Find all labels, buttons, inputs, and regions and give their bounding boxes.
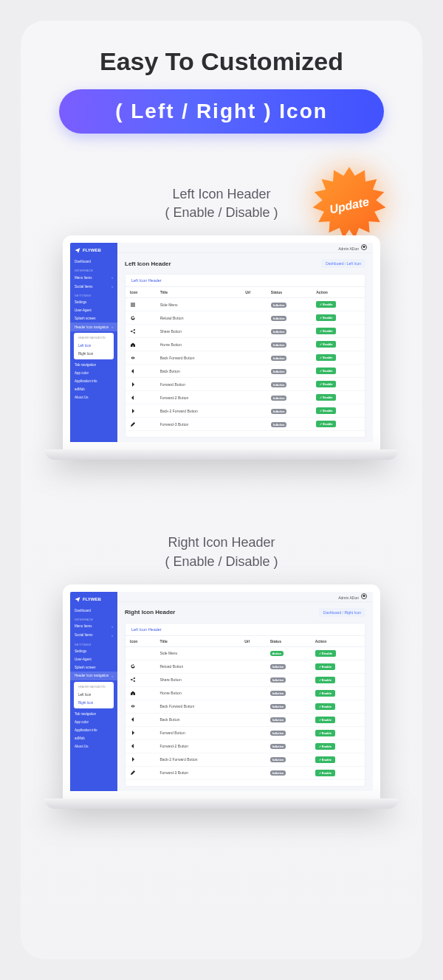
row-action: ✓ Enable (311, 673, 365, 686)
row-icon (126, 753, 155, 766)
sidebar-social-items[interactable]: Social Items› (70, 282, 117, 291)
enable-button[interactable]: ✓ Enable (316, 368, 336, 374)
sidebar-sub-right-icon[interactable]: Right Icon (74, 699, 114, 707)
enable-button[interactable]: ✓ Enable (316, 328, 336, 334)
row-icon (126, 311, 156, 325)
sidebar-menu-items[interactable]: Menu Items› (70, 622, 117, 631)
home-icon (130, 690, 136, 696)
sidebar-user-agent[interactable]: User-Agent (70, 655, 117, 663)
sidebar-header-nav[interactable]: Header Icon navigation‹ (70, 672, 117, 680)
row-icon (126, 351, 156, 365)
enable-button[interactable]: ✓ Enable (315, 770, 335, 776)
table-row: Back ButtonInActive✓ Enable (126, 365, 365, 378)
enable-button[interactable]: ✓ Enable (315, 690, 335, 697)
sidebar-dashboard[interactable]: Dashboard (70, 258, 117, 266)
sidebar-header-nav-submenu: HEADER NAVIGATION Left Icon Right Icon (74, 682, 114, 708)
enable-button[interactable]: ✓ Enable (315, 743, 335, 750)
sidebar-splash[interactable]: Splash screen (70, 663, 117, 672)
breadcrumb[interactable]: Dashboard / Right Icon (319, 608, 365, 617)
table-row: Forward ButtonInActive✓ Enable (126, 378, 365, 391)
enable-button[interactable]: ✓ Enable (316, 421, 336, 427)
sidebar: FLYWEB Dashboard INTERFACE Menu Items› S… (70, 592, 117, 791)
enable-button[interactable]: ✓ Enable (315, 756, 335, 763)
chevron-down-icon: ‹ (111, 674, 113, 678)
enable-button[interactable]: ✓ Enable (315, 663, 335, 670)
row-status: InActive (266, 713, 311, 726)
sidebar-head-interface: INTERFACE (70, 615, 117, 622)
sidebar-app-color[interactable]: App color (70, 718, 117, 726)
row-title: Share Button (155, 673, 240, 686)
sidebar-tab-nav[interactable]: Tab navigation (70, 361, 117, 369)
disable-button[interactable]: ✓ Disable (315, 650, 336, 657)
sidebar-admob[interactable]: adMob (70, 385, 117, 393)
row-status: InActive (267, 391, 312, 404)
row-title: Back Forward Button (155, 700, 240, 713)
row-url (240, 726, 265, 739)
enable-button[interactable]: ✓ Enable (315, 730, 335, 736)
enable-button[interactable]: ✓ Enable (315, 703, 335, 710)
row-status: Active (266, 646, 311, 660)
chevron-right-icon: › (111, 633, 113, 638)
row-action: ✓ Enable (312, 404, 365, 418)
sidebar-settings[interactable]: Settings (70, 298, 117, 306)
enable-button[interactable]: ✓ Enable (315, 717, 335, 723)
sidebar-dashboard[interactable]: Dashboard (70, 607, 117, 615)
sidebar-user-agent[interactable]: User-Agent (70, 306, 117, 314)
forward-icon (130, 730, 136, 736)
enable-button[interactable]: ✓ Enable (316, 394, 336, 401)
backfwd-icon (130, 703, 136, 709)
sidebar-sub-left-icon[interactable]: Left Icon (74, 691, 114, 699)
row-url (240, 739, 265, 753)
status-badge: InActive (270, 731, 286, 736)
row-icon (126, 325, 156, 338)
sidebar-header-nav[interactable]: Header Icon navigation‹ (70, 322, 117, 331)
enable-button[interactable]: ✓ Enable (316, 314, 336, 321)
table-row: Back-2 Forward ButtonInActive✓ Enable (126, 753, 365, 766)
topbar: Admin ADon (117, 592, 373, 602)
row-title: Share Button (156, 325, 241, 338)
sidebar-settings[interactable]: Settings (70, 647, 117, 655)
status-badge: InActive (271, 382, 287, 387)
row-url (241, 391, 267, 404)
blank-icon (130, 650, 136, 656)
table-row: Forward-3 ButtonInActive✓ Enable (126, 766, 365, 779)
backfwd-icon (130, 355, 136, 361)
sidebar-app-info[interactable]: Application info (70, 377, 117, 385)
sidebar-sub-left-icon[interactable]: Left Icon (74, 342, 114, 350)
enable-button[interactable]: ✓ Enable (316, 407, 336, 414)
row-action: ✓ Enable (312, 311, 365, 325)
row-url (241, 418, 267, 431)
sidebar-splash[interactable]: Splash screen (70, 314, 117, 322)
plane-icon (75, 247, 80, 253)
sidebar-about[interactable]: About Us (70, 393, 117, 401)
topbar-user[interactable]: Admin ADon (338, 244, 367, 251)
row-url (240, 660, 265, 673)
icon-table: Icon Title Url Status Action Side MenuIn… (126, 287, 365, 431)
enable-button[interactable]: ✓ Enable (315, 677, 335, 683)
submenu-heading: HEADER NAVIGATION (74, 683, 114, 691)
breadcrumb[interactable]: Dashboard / Left Icon (321, 259, 365, 268)
sidebar-about[interactable]: About Us (70, 742, 117, 750)
sidebar-social-items[interactable]: Social Items› (70, 631, 117, 640)
enable-button[interactable]: ✓ Enable (316, 354, 336, 361)
enable-button[interactable]: ✓ Enable (316, 341, 336, 348)
status-badge: InActive (270, 744, 286, 749)
enable-button[interactable]: ✓ Enable (316, 301, 336, 308)
sidebar-app-info[interactable]: Application info (70, 726, 117, 734)
sidebar-app-color[interactable]: App color (70, 369, 117, 377)
sidebar-sub-right-icon[interactable]: Right Icon (74, 350, 114, 358)
row-title: Back-2 Forward Button (156, 404, 241, 418)
sidebar-admob[interactable]: adMob (70, 734, 117, 742)
status-badge: InActive (271, 316, 287, 321)
topbar-user[interactable]: Admin ADon (338, 593, 367, 600)
sidebar-tab-nav[interactable]: Tab navigation (70, 710, 117, 718)
row-action: ✓ Enable (311, 686, 365, 700)
enable-button[interactable]: ✓ Enable (316, 381, 336, 387)
col-title: Title (156, 287, 241, 298)
row-title: Forward-2 Button (156, 391, 241, 404)
row-url (241, 365, 267, 378)
sidebar-menu-items[interactable]: Menu Items› (70, 273, 117, 282)
brand[interactable]: FLYWEB (70, 595, 117, 607)
status-badge: InActive (270, 704, 286, 709)
brand[interactable]: FLYWEB (70, 246, 117, 258)
